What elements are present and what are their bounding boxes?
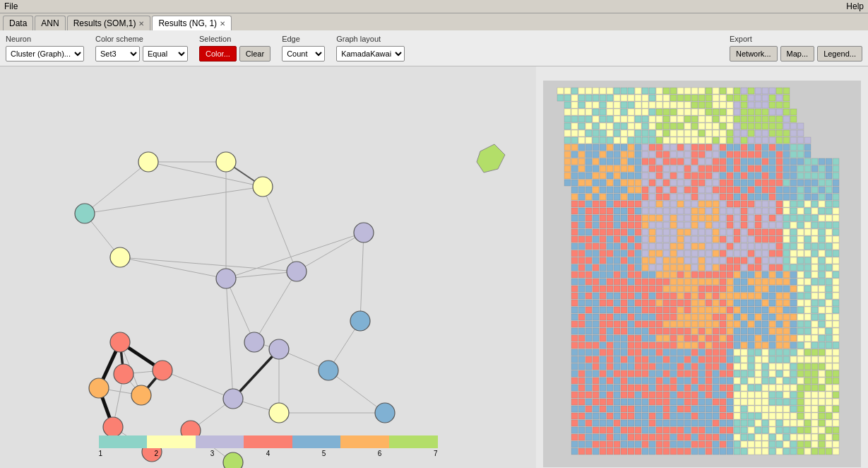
color-scheme-select[interactable]: Set3 Set1 Set2 Pastel1 Pastel2 Paired [95,46,140,62]
neuron-label: Neuron [6,35,84,43]
graph-layout-select[interactable]: KamadaKawai Spring Circular Random [336,46,405,62]
selection-group: Selection Color... Clear [199,35,270,62]
edge-label: Edge [282,35,325,43]
edge-select[interactable]: Count Weight None [282,46,325,62]
export-label: Export [730,35,862,43]
selection-label: Selection [199,35,270,43]
color-scheme-label: Color scheme [95,35,188,43]
map-panel [536,66,868,468]
legend-colors [99,435,438,448]
tab-ann-label: ANN [41,18,59,28]
network-canvas[interactable] [0,66,536,468]
tab-data[interactable]: Data [3,16,33,30]
network-panel: 1234567 [0,66,536,468]
legend-bar: 1234567 [99,435,438,457]
map-button[interactable]: Map... [780,46,815,62]
tab-ann[interactable]: ANN [35,16,65,30]
export-group: Export Network... Map... Legend... [730,35,862,62]
neuron-group: Neuron Cluster (Graph)... [6,35,84,62]
equal-select[interactable]: Equal Custom [143,46,188,62]
main-content: 1234567 [0,66,868,468]
neuron-select[interactable]: Cluster (Graph)... [6,46,84,62]
legend-button[interactable]: Legend... [817,46,862,62]
tab-results-ng-label: Results (NG, 1) [158,18,217,28]
network-button[interactable]: Network... [730,46,778,62]
tabbar: Data ANN Results (SOM,1) ✕ Results (NG, … [0,13,868,30]
help-menu[interactable]: Help [846,1,864,11]
toolbar: Neuron Cluster (Graph)... Color scheme S… [0,30,868,66]
tab-results-som-close[interactable]: ✕ [138,20,144,28]
menubar: File Help [0,0,868,13]
clear-button[interactable]: Clear [239,46,270,62]
graph-layout-label: Graph layout [336,35,405,43]
tab-results-som[interactable]: Results (SOM,1) ✕ [67,16,151,30]
tab-results-ng-close[interactable]: ✕ [220,20,225,28]
tab-results-som-label: Results (SOM,1) [73,18,136,28]
color-button[interactable]: Color... [199,46,237,62]
tab-data-label: Data [9,18,27,28]
tab-results-ng[interactable]: Results (NG, 1) ✕ [152,16,232,30]
color-scheme-group: Color scheme Set3 Set1 Set2 Pastel1 Past… [95,35,188,62]
graph-layout-group: Graph layout KamadaKawai Spring Circular… [336,35,405,62]
map-canvas[interactable] [536,66,868,468]
legend-labels: 1234567 [99,450,438,457]
edge-group: Edge Count Weight None [282,35,325,62]
file-menu[interactable]: File [4,1,18,11]
